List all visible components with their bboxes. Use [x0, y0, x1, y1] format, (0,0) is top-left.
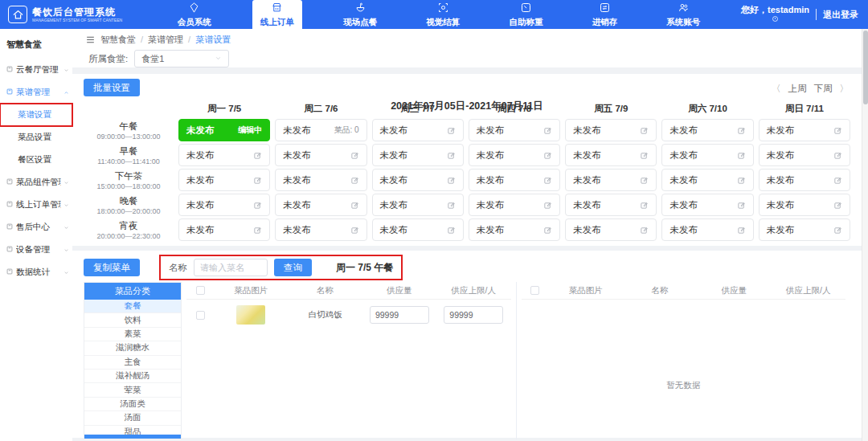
copy-menu-button[interactable]: 复制菜单	[84, 259, 140, 276]
schedule-cell[interactable]: 未发布	[275, 144, 366, 166]
category-item[interactable]: 荤菜	[84, 383, 181, 397]
schedule-cell[interactable]: 未发布	[469, 194, 560, 216]
schedule-cell[interactable]: 未发布	[661, 169, 753, 191]
schedule-cell[interactable]: 未发布	[565, 194, 657, 216]
sidebar-item[interactable]: 售后中心	[0, 216, 72, 239]
category-item[interactable]: 汤面	[84, 411, 181, 425]
edit-icon[interactable]	[640, 226, 649, 235]
supply-limit-input[interactable]	[444, 306, 503, 324]
schedule-cell[interactable]: 未发布	[759, 218, 850, 241]
schedule-cell[interactable]: 未发布	[275, 218, 366, 241]
edit-icon[interactable]	[253, 151, 262, 160]
category-item[interactable]: 主食	[84, 356, 181, 370]
edit-icon[interactable]	[737, 176, 746, 185]
category-item[interactable]: 素菜	[84, 328, 181, 341]
sidebar-item[interactable]: 线上订单管理	[0, 194, 72, 216]
batch-setting-button[interactable]: 批量设置	[84, 79, 140, 96]
schedule-cell[interactable]: 未发布	[469, 169, 560, 191]
sidebar-item[interactable]: 菜品组件管理	[0, 171, 72, 194]
schedule-cell[interactable]: 未发布	[759, 169, 850, 191]
schedule-cell[interactable]: 未发布	[661, 119, 753, 141]
schedule-cell[interactable]: 未发布	[565, 218, 657, 241]
schedule-cell[interactable]: 未发布	[372, 194, 464, 216]
edit-icon[interactable]	[543, 151, 552, 160]
schedule-cell[interactable]: 未发布	[661, 144, 753, 166]
sidebar-item[interactable]: 云餐厅管理	[0, 59, 72, 81]
schedule-cell[interactable]: 未发布	[469, 144, 560, 166]
edit-icon[interactable]	[253, 176, 262, 185]
edit-icon[interactable]	[737, 201, 746, 210]
next-week-button[interactable]: 下周	[814, 79, 833, 98]
schedule-cell[interactable]: 未发布	[372, 218, 464, 241]
user-status-icon[interactable]	[772, 14, 779, 24]
breadcrumb-item-canteen[interactable]: 智慧食堂	[100, 34, 136, 46]
edit-icon[interactable]	[543, 126, 552, 135]
category-item[interactable]: 汤面类	[84, 398, 181, 411]
app-logo[interactable]: 餐饮后台管理系统 MANAGEMENT SYSTEM OF SMART CANT…	[0, 6, 146, 23]
schedule-cell[interactable]: 未发布	[565, 169, 657, 191]
select-all-checkbox[interactable]	[196, 286, 205, 295]
schedule-cell[interactable]: 未发布	[661, 218, 753, 241]
schedule-cell[interactable]: 未发布	[178, 218, 270, 241]
search-button[interactable]: 查询	[274, 259, 312, 276]
schedule-cell[interactable]: 未发布	[372, 169, 464, 191]
edit-icon[interactable]	[640, 151, 649, 160]
nav-item-自助称重[interactable]: 自助称重	[501, 0, 551, 29]
nav-item-视觉结算[interactable]: 视觉结算	[418, 0, 468, 29]
schedule-cell[interactable]: 未发布	[469, 119, 560, 141]
edit-icon[interactable]	[350, 226, 359, 235]
canteen-select[interactable]: 食堂1	[134, 50, 229, 67]
edit-icon[interactable]	[447, 126, 456, 135]
edit-icon[interactable]	[447, 226, 456, 235]
logout-button[interactable]: 退出登录	[823, 9, 858, 21]
edit-icon[interactable]	[737, 226, 746, 235]
edit-icon[interactable]	[543, 226, 552, 235]
category-item-partial[interactable]	[84, 435, 181, 439]
edit-icon[interactable]	[447, 151, 456, 160]
schedule-cell[interactable]: 未发布	[372, 119, 464, 141]
edit-icon[interactable]	[640, 176, 649, 185]
edit-icon[interactable]	[543, 176, 552, 185]
edit-icon[interactable]	[640, 126, 649, 135]
edit-icon[interactable]	[833, 226, 842, 235]
prev-week-chevron[interactable]: 〈	[772, 79, 781, 98]
edit-icon[interactable]	[737, 151, 746, 160]
supply-input[interactable]	[370, 306, 429, 324]
nav-item-会员系统[interactable]: 会员系统	[170, 0, 219, 29]
schedule-cell[interactable]: 未发布	[178, 144, 270, 166]
select-all-checkbox[interactable]	[530, 286, 539, 295]
edit-icon[interactable]	[350, 176, 359, 185]
edit-icon[interactable]	[640, 201, 649, 210]
nav-item-线上订单[interactable]: 线上订单	[252, 0, 302, 29]
sidebar-item[interactable]: 菜谱管理	[0, 81, 72, 104]
schedule-cell[interactable]: 未发布编辑中	[178, 119, 270, 141]
edit-icon[interactable]	[737, 126, 746, 135]
edit-icon[interactable]	[447, 176, 456, 185]
schedule-cell[interactable]: 未发布	[372, 144, 464, 166]
schedule-cell[interactable]: 未发布	[759, 194, 850, 216]
edit-icon[interactable]	[350, 151, 359, 160]
category-item[interactable]: 套餐	[84, 300, 181, 313]
schedule-cell[interactable]: 未发布	[565, 144, 657, 166]
sidebar-subitem[interactable]: 菜谱设置	[0, 104, 72, 126]
category-item[interactable]: 饮料	[84, 313, 181, 327]
next-week-chevron[interactable]: 〉	[840, 79, 850, 98]
breadcrumb-item-menu-setting[interactable]: 菜谱设置	[195, 34, 231, 46]
edit-icon[interactable]	[833, 201, 842, 210]
collapse-menu-icon[interactable]	[85, 35, 96, 45]
edit-icon[interactable]	[253, 201, 262, 210]
sidebar-item[interactable]: 数据统计	[0, 261, 72, 284]
prev-week-button[interactable]: 上周	[788, 79, 807, 98]
schedule-cell[interactable]: 未发布	[275, 169, 366, 191]
category-item[interactable]: 滋润糖水	[84, 341, 181, 355]
dish-name-input[interactable]	[194, 259, 268, 276]
edit-icon[interactable]	[447, 201, 456, 210]
row-checkbox[interactable]	[196, 311, 205, 320]
page-scrollbar[interactable]	[862, 29, 868, 441]
nav-item-系统账号[interactable]: 系统账号	[658, 0, 708, 29]
edit-icon[interactable]	[350, 201, 359, 210]
schedule-cell[interactable]: 未发布	[178, 169, 270, 191]
schedule-cell[interactable]: 未发布	[275, 194, 366, 216]
edit-icon[interactable]	[833, 176, 842, 185]
nav-item-进销存[interactable]: 进销存	[584, 0, 626, 29]
